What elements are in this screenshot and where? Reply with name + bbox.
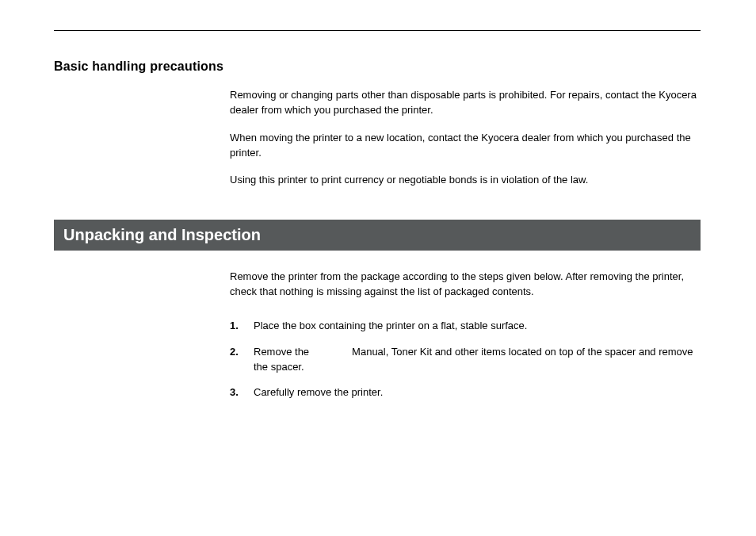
section-heading-basic-handling: Basic handling precautions — [54, 59, 701, 74]
intro-paragraph: Remove the printer from the package acco… — [230, 270, 701, 300]
step-text: Remove theManual, Toner Kit and other it… — [254, 345, 701, 375]
step-number: 2. — [230, 345, 254, 375]
paragraph: When moving the printer to a new locatio… — [230, 131, 701, 161]
section2-body: Remove the printer from the package acco… — [230, 270, 701, 400]
document-page: Basic handling precautions Removing or c… — [0, 0, 756, 400]
paragraph: Using this printer to print currency or … — [230, 173, 701, 188]
step-text: Place the box containing the printer on … — [254, 319, 701, 334]
paragraph: Removing or changing parts other than di… — [230, 88, 701, 118]
list-item: 2. Remove theManual, Toner Kit and other… — [230, 345, 701, 375]
list-item: 1. Place the box containing the printer … — [230, 319, 701, 334]
step-number: 3. — [230, 385, 254, 400]
step-number: 1. — [230, 319, 254, 334]
list-item: 3. Carefully remove the printer. — [230, 385, 701, 400]
steps-list: 1. Place the box containing the printer … — [230, 319, 701, 400]
step-text-part-a: Remove the — [254, 346, 309, 358]
top-rule — [54, 30, 701, 31]
step-text: Carefully remove the printer. — [254, 385, 701, 400]
step-text-part-b: Manual, Toner Kit and other items locate… — [254, 346, 693, 373]
section1-body: Removing or changing parts other than di… — [230, 88, 701, 188]
banner-heading-unpacking: Unpacking and Inspection — [54, 220, 701, 251]
